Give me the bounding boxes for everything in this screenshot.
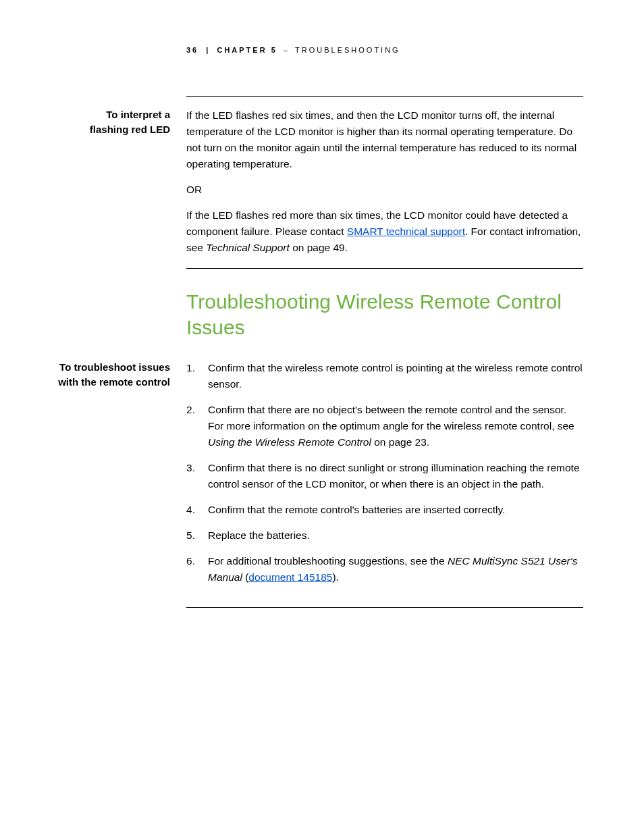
list-item: Confirm that there is no direct sunlight… — [186, 460, 583, 492]
step-text: For additional troubleshooting suggestio… — [208, 555, 448, 567]
step-text: on page 23. — [371, 436, 429, 448]
body-troubleshoot-remote: Confirm that the wireless remote control… — [186, 360, 583, 595]
sidehead-interpret-led: To interpret a flashing red LED — [50, 107, 186, 256]
page-header: 36 | CHAPTER 5 – TROUBLESHOOTING — [186, 46, 583, 54]
section-interpret-led: To interpret a flashing red LED If the L… — [50, 107, 583, 256]
paragraph: If the LED flashes red more than six tim… — [186, 207, 583, 256]
text-run: on page 49. — [290, 242, 348, 253]
header-dash: – — [284, 46, 289, 54]
list-item: Replace the batteries. — [186, 527, 583, 544]
steps-list: Confirm that the wireless remote control… — [186, 360, 583, 585]
header-separator: | — [206, 46, 209, 54]
sidehead-troubleshoot-remote: To troubleshoot issues with the remote c… — [50, 360, 186, 595]
divider — [186, 96, 583, 97]
step-text: ( — [242, 571, 248, 583]
link-smart-support[interactable]: SMART technical support — [347, 226, 465, 237]
sidehead-line: To interpret a — [106, 109, 170, 120]
step-text: Confirm that there is no direct sunlight… — [208, 462, 580, 490]
chapter-label: CHAPTER 5 — [217, 46, 277, 54]
italic-ref: Using the Wireless Remote Control — [208, 436, 371, 448]
list-item: For additional troubleshooting suggestio… — [186, 553, 583, 585]
step-text: Confirm that the wireless remote control… — [208, 362, 583, 390]
step-text: ). — [332, 571, 338, 583]
sidehead-line: To troubleshoot issues — [59, 361, 170, 373]
sidehead-line: flashing red LED — [90, 124, 170, 135]
italic-ref: Technical Support — [206, 242, 290, 253]
page-number: 36 — [186, 46, 198, 54]
section-title: Troubleshooting Wireless Remote Control … — [186, 289, 583, 340]
paragraph-or: OR — [186, 182, 583, 198]
paragraph: If the LED flashes red six times, and th… — [186, 107, 583, 172]
body-interpret-led: If the LED flashes red six times, and th… — [186, 107, 583, 256]
list-item: Confirm that there are no object's betwe… — [186, 402, 583, 450]
link-document-145185[interactable]: document 145185 — [248, 571, 332, 583]
step-text: Confirm that there are no object's betwe… — [208, 404, 574, 432]
step-text: Confirm that the remote control's batter… — [208, 504, 505, 515]
divider — [186, 268, 583, 269]
divider — [186, 607, 583, 608]
list-item: Confirm that the wireless remote control… — [186, 360, 583, 392]
sidehead-line: with the remote control — [58, 376, 170, 388]
list-item: Confirm that the remote control's batter… — [186, 502, 583, 518]
step-text: Replace the batteries. — [208, 529, 310, 541]
chapter-title: TROUBLESHOOTING — [295, 46, 400, 54]
section-troubleshoot-remote: To troubleshoot issues with the remote c… — [50, 360, 583, 595]
